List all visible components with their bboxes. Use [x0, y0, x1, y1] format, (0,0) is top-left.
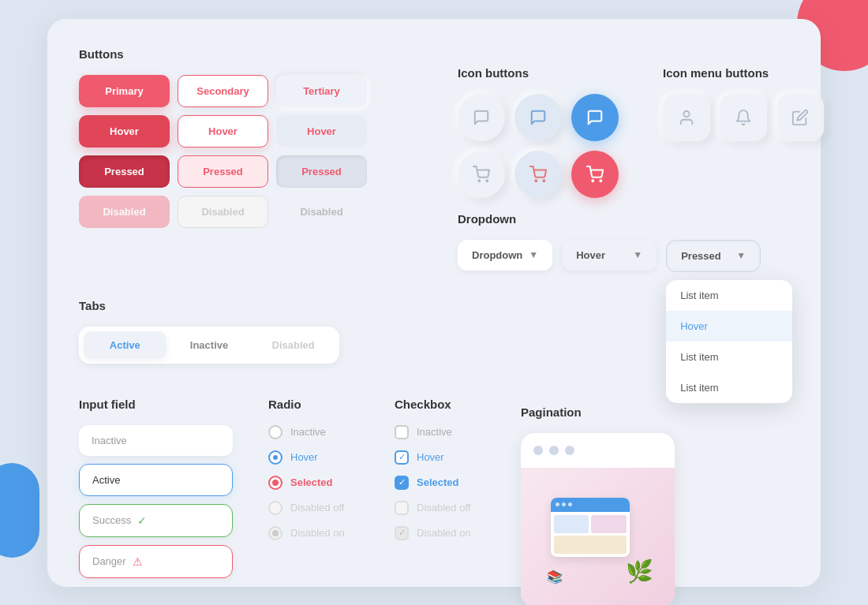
pagination-dot-2[interactable]: [549, 446, 559, 455]
checkbox-box-disabled-on: ✓: [395, 526, 409, 540]
success-icon: ✓: [137, 514, 147, 527]
illus-dot-1: [556, 502, 559, 506]
radio-circle-selected[interactable]: [268, 476, 282, 490]
tabs-section: Tabs Active Inactive Disabled: [79, 299, 339, 364]
checkbox-label-disabled-off: Disabled off: [417, 502, 470, 514]
radio-section: Radio Inactive Hover Selected Disabled o…: [268, 398, 345, 540]
icon-menu-btn-bell[interactable]: [720, 94, 767, 141]
icon-buttons-section: Icon buttons: [458, 66, 619, 198]
checkbox-label-selected: Selected: [417, 476, 458, 488]
btn-primary-pressed[interactable]: Pressed: [79, 155, 170, 188]
pagination-section: Pagination: [521, 405, 675, 606]
radio-circle-disabled-off: [268, 501, 282, 515]
checkbox-item-disabled-off: Disabled off: [395, 501, 471, 515]
radio-item-disabled-off: Disabled off: [268, 501, 345, 515]
checkbox-box-hover[interactable]: ✓: [395, 450, 409, 465]
input-danger-wrapper: Danger ⚠: [79, 545, 233, 578]
dropdown-menu-item-3[interactable]: List item: [666, 342, 792, 372]
checkbox-item-inactive: Inactive: [395, 425, 471, 439]
btn-row-normal: Primary Secondary Tertiary: [79, 75, 367, 107]
checkbox-box-selected[interactable]: ✓: [395, 476, 409, 490]
btn-tertiary-hover[interactable]: Hover: [276, 115, 367, 148]
btn-primary-hover[interactable]: Hover: [79, 115, 170, 148]
checkbox-item-hover: ✓ Hover: [395, 450, 471, 465]
btn-primary[interactable]: Primary: [79, 75, 170, 107]
btn-tertiary[interactable]: Tertiary: [276, 75, 367, 107]
radio-item-hover: Hover: [268, 450, 345, 465]
btn-secondary-pressed[interactable]: Pressed: [178, 155, 268, 188]
icon-btn-cart-inactive[interactable]: [458, 151, 505, 198]
svg-point-4: [592, 180, 593, 181]
radio-item-disabled-on: Disabled on: [268, 526, 345, 540]
input-active-wrapper[interactable]: Active: [79, 464, 233, 496]
illus-monitor: [551, 498, 630, 557]
illus-block-1: [554, 515, 589, 533]
pagination-image: 🌿 📚: [521, 468, 675, 606]
svg-point-3: [543, 180, 544, 181]
input-active-field[interactable]: [126, 474, 259, 486]
illus-book-icon: 📚: [547, 570, 563, 584]
svg-point-2: [535, 180, 537, 181]
dropdown-menu-item-1[interactable]: List item: [666, 280, 792, 311]
radio-circle-hover[interactable]: [268, 450, 282, 465]
tab-inactive[interactable]: Inactive: [168, 331, 251, 359]
illus-block-2: [591, 515, 627, 533]
icon-menu-btn-edit[interactable]: [776, 94, 824, 141]
radio-label-hover: Hover: [290, 451, 318, 463]
checkbox-label-inactive: Inactive: [417, 426, 452, 438]
checkbox-box-inactive[interactable]: [395, 425, 409, 439]
radio-circle-inactive[interactable]: [268, 425, 282, 439]
radio-title: Radio: [268, 398, 345, 411]
dropdown-section: Dropdown Dropdown ▼ Hover ▼ Pressed ▼ Li…: [458, 212, 761, 272]
illus-block-3: [554, 536, 627, 554]
buttons-title: Buttons: [79, 47, 367, 61]
icon-menu-btn-user[interactable]: [663, 94, 710, 141]
dropdown-menu-item-4[interactable]: List item: [666, 372, 792, 403]
icon-menu-title: Icon menu buttons: [663, 66, 824, 80]
dropdown-menu: List item Hover List item List item: [666, 280, 792, 403]
radio-label-disabled-off: Disabled off: [290, 502, 344, 514]
svg-point-6: [683, 110, 689, 116]
btn-tertiary-pressed[interactable]: Pressed: [276, 155, 367, 188]
pagination-card: 🌿 📚: [521, 433, 675, 606]
illus-monitor-body: [551, 512, 630, 557]
checkbox-box-disabled-off: [395, 501, 409, 515]
dropdown-menu-item-hover[interactable]: Hover: [666, 311, 792, 342]
input-field-title: Input field: [79, 398, 233, 411]
illus-dot-2: [562, 502, 566, 506]
icon-btn-chat-active[interactable]: [571, 94, 619, 141]
tabs-container: Active Inactive Disabled: [79, 327, 339, 364]
dropdown-label-pressed: Pressed: [681, 250, 721, 262]
icon-btn-cart-hover[interactable]: [514, 151, 562, 198]
pagination-title: Pagination: [521, 405, 675, 419]
icon-menu-row: [663, 94, 824, 141]
buttons-section: Buttons Primary Secondary Tertiary Hover…: [79, 47, 367, 236]
dropdown-pressed-wrapper: Pressed ▼ List item Hover List item List…: [666, 240, 761, 272]
tab-active[interactable]: Active: [84, 331, 166, 359]
icon-btn-chat-hover[interactable]: [514, 94, 562, 141]
btn-row-disabled: Disabled Disabled Disabled: [79, 196, 367, 228]
radio-item-inactive: Inactive: [268, 425, 345, 439]
pagination-dots: [521, 433, 675, 468]
dropdown-label-normal: Dropdown: [472, 249, 522, 261]
radio-label-selected: Selected: [290, 476, 332, 488]
icon-btn-cart-active[interactable]: [571, 151, 619, 198]
checkbox-item-disabled-on: ✓ Disabled on: [395, 526, 471, 540]
checkbox-items-container: Inactive ✓ Hover ✓ Selected Disabled off…: [395, 425, 471, 540]
dropdown-btn-pressed[interactable]: Pressed ▼: [666, 240, 761, 272]
input-success-label: Success: [92, 514, 131, 526]
pagination-dot-1[interactable]: [533, 446, 543, 455]
btn-secondary-hover[interactable]: Hover: [178, 115, 268, 148]
svg-point-1: [486, 180, 488, 181]
icon-btn-chat-inactive[interactable]: [458, 94, 505, 141]
svg-point-0: [478, 180, 480, 181]
dropdown-btn-hover[interactable]: Hover ▼: [562, 240, 657, 271]
pagination-dot-3[interactable]: [565, 446, 574, 455]
chevron-down-icon: ▼: [529, 249, 538, 260]
illus-plant-icon: 🌿: [626, 558, 653, 584]
radio-circle-disabled-on: [268, 526, 282, 540]
chevron-down-icon-2: ▼: [633, 249, 642, 260]
btn-secondary[interactable]: Secondary: [178, 75, 268, 107]
checkbox-label-disabled-on: Disabled on: [417, 527, 471, 539]
dropdown-btn-normal[interactable]: Dropdown ▼: [458, 240, 552, 271]
